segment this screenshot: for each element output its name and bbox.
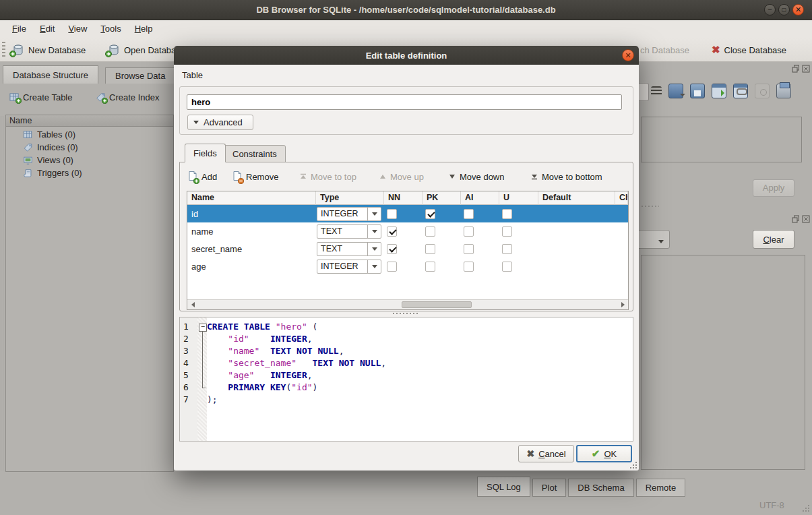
- dialog-close-button[interactable]: ✕: [622, 49, 634, 61]
- field-type-combobox[interactable]: TEXT: [317, 242, 381, 256]
- ai-checkbox[interactable]: [464, 262, 474, 272]
- move-up-button[interactable]: Move up: [379, 168, 424, 185]
- nn-checkbox[interactable]: [387, 209, 397, 219]
- new-database-button[interactable]: New Database: [12, 38, 86, 62]
- field-row[interactable]: secret_name TEXT: [187, 240, 628, 258]
- tree-header-name[interactable]: Name: [6, 115, 173, 127]
- ai-checkbox[interactable]: [464, 226, 474, 237]
- menu-item[interactable]: View: [61, 20, 94, 38]
- close-database-button[interactable]: ✖ Close Database: [712, 38, 786, 62]
- field-type-combobox[interactable]: TEXT: [317, 224, 381, 239]
- null-icon[interactable]: [755, 84, 770, 98]
- field-type-combobox[interactable]: INTEGER: [317, 260, 381, 274]
- nn-checkbox[interactable]: [387, 226, 397, 237]
- field-type-combobox[interactable]: INTEGER: [317, 207, 381, 221]
- u-checkbox[interactable]: [502, 209, 512, 219]
- tab-database-structure[interactable]: Database Structure: [3, 65, 98, 84]
- u-checkbox[interactable]: [502, 244, 512, 254]
- text-edit-icon[interactable]: [651, 86, 662, 96]
- table-name-input[interactable]: [187, 94, 622, 110]
- scroll-right-icon[interactable]: [618, 300, 628, 309]
- minimize-button[interactable]: −: [764, 4, 776, 16]
- fold-marker[interactable]: [197, 382, 207, 394]
- grid-column-header[interactable]: Che: [615, 191, 628, 205]
- cancel-button[interactable]: ✖ Cancel: [518, 445, 574, 462]
- sql-log-view[interactable]: [641, 255, 805, 470]
- window-resize-grip[interactable]: [802, 504, 810, 512]
- splitter-handle[interactable]: [642, 206, 659, 207]
- move-to-top-button[interactable]: Move to top: [299, 168, 356, 185]
- create-index-button[interactable]: Create Index: [96, 90, 159, 104]
- import-icon[interactable]: [668, 84, 683, 98]
- splitter-handle[interactable]: [393, 313, 420, 314]
- pk-checkbox[interactable]: [425, 209, 435, 219]
- grid-column-header[interactable]: PK: [423, 191, 461, 205]
- toolbar-drag-handle[interactable]: [2, 42, 5, 58]
- maximize-button[interactable]: ▢: [778, 4, 790, 16]
- tree-item[interactable]: Triggers (0): [6, 166, 173, 179]
- open-window-icon[interactable]: [712, 84, 726, 98]
- create-table-button[interactable]: Create Table: [9, 90, 72, 104]
- dialog-titlebar[interactable]: Edit table definition ✕: [174, 46, 639, 65]
- grid-column-header[interactable]: Name: [187, 191, 316, 205]
- fold-marker[interactable]: [197, 333, 207, 345]
- grid-column-header[interactable]: Type: [316, 191, 384, 205]
- sql-preview[interactable]: 1 CREATE TABLE "hero" ( 2 "id" INTEGER, …: [179, 317, 633, 442]
- dock-float-icon[interactable]: [792, 215, 800, 223]
- scroll-left-icon[interactable]: [187, 300, 197, 309]
- bottom-tab[interactable]: DB Schema: [568, 479, 633, 497]
- cell-editor-area[interactable]: [641, 117, 802, 162]
- dock-float-icon[interactable]: [792, 65, 800, 73]
- attach-database-button[interactable]: ch Database: [640, 38, 689, 62]
- add-field-button[interactable]: Add: [187, 168, 217, 185]
- remove-field-button[interactable]: Remove: [232, 168, 278, 185]
- grid-column-header[interactable]: U: [499, 191, 538, 205]
- advanced-button[interactable]: Advanced: [187, 115, 253, 130]
- window-titlebar[interactable]: DB Browser for SQLite - /home/user/code/…: [0, 0, 812, 20]
- tab-fields[interactable]: Fields: [185, 144, 226, 162]
- field-row[interactable]: id INTEGER: [187, 205, 628, 222]
- bottom-tab[interactable]: SQL Log: [477, 477, 530, 497]
- menu-item[interactable]: File: [5, 20, 33, 38]
- cell-mode-combobox[interactable]: [639, 83, 649, 101]
- menu-item[interactable]: Edit: [33, 20, 61, 38]
- encoding-indicator[interactable]: UTF-8: [759, 500, 784, 510]
- nn-checkbox[interactable]: [387, 244, 397, 254]
- grid-column-header[interactable]: AI: [461, 191, 499, 205]
- fold-marker[interactable]: [197, 394, 207, 406]
- link-icon[interactable]: [733, 84, 748, 98]
- save-icon[interactable]: [690, 84, 705, 98]
- field-row[interactable]: age INTEGER: [187, 258, 628, 275]
- nn-checkbox[interactable]: [387, 262, 397, 272]
- tree-item[interactable]: Indices (0): [6, 141, 173, 154]
- ai-checkbox[interactable]: [464, 244, 474, 254]
- grid-column-header[interactable]: Default: [538, 191, 615, 205]
- fold-marker[interactable]: [197, 357, 207, 369]
- apply-button[interactable]: Apply: [753, 179, 794, 197]
- bottom-tab[interactable]: Remote: [636, 479, 686, 497]
- move-down-button[interactable]: Move down: [448, 168, 504, 185]
- ok-button[interactable]: ✔ OK: [576, 445, 632, 462]
- field-row[interactable]: name TEXT: [187, 222, 628, 240]
- tree-item[interactable]: Views (0): [6, 154, 173, 166]
- grid-column-header[interactable]: NN: [384, 191, 423, 205]
- menu-item[interactable]: Tools: [94, 20, 127, 38]
- dock-close-icon[interactable]: [802, 65, 810, 73]
- bottom-tab[interactable]: Plot: [532, 479, 566, 497]
- pk-checkbox[interactable]: [425, 262, 435, 272]
- menu-item[interactable]: Help: [128, 20, 160, 38]
- dock-close-icon[interactable]: [802, 215, 810, 223]
- tab-constraints[interactable]: Constraints: [224, 145, 286, 162]
- move-to-bottom-button[interactable]: Move to bottom: [530, 168, 602, 185]
- fold-marker[interactable]: [197, 369, 207, 382]
- scrollbar-thumb[interactable]: [402, 301, 472, 308]
- u-checkbox[interactable]: [502, 262, 512, 272]
- pk-checkbox[interactable]: [425, 244, 435, 254]
- horizontal-scrollbar[interactable]: [187, 299, 628, 309]
- clear-log-button[interactable]: Clear: [753, 230, 794, 249]
- fold-marker[interactable]: [197, 345, 207, 357]
- print-icon[interactable]: [776, 84, 791, 98]
- tree-item[interactable]: Tables (0): [6, 128, 173, 141]
- u-checkbox[interactable]: [502, 226, 512, 237]
- ai-checkbox[interactable]: [464, 209, 474, 219]
